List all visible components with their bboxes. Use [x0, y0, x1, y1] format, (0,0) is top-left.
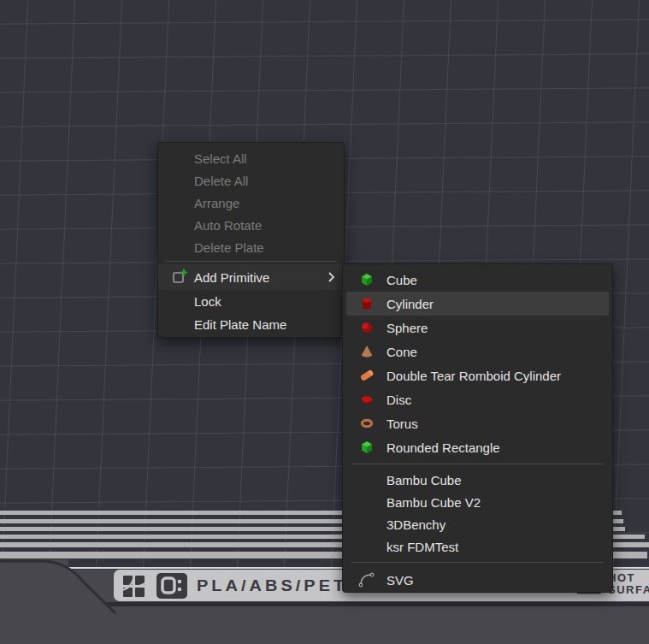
menu-item-label: Auto Rotate — [194, 218, 262, 233]
submenu-item-cylinder[interactable]: Cylinder — [346, 292, 609, 316]
submenu-item-3dbenchy[interactable]: 3DBenchy — [346, 513, 609, 535]
romboid-cylinder-icon — [357, 367, 376, 384]
cone-icon — [357, 343, 376, 360]
chevron-right-icon — [327, 271, 335, 283]
cube-icon — [357, 271, 376, 288]
submenu-item-torus[interactable]: Torus — [346, 411, 609, 435]
submenu-item-label: Cube — [386, 273, 417, 287]
submenu-item-bambu-cube[interactable]: Bambu Cube — [346, 469, 609, 491]
submenu-item-disc[interactable]: Disc — [346, 387, 609, 411]
submenu-item-label: 3DBenchy — [386, 517, 445, 532]
menu-item-edit-plate-name[interactable]: Edit Plate Name — [158, 313, 344, 336]
submenu-item-label: Cone — [386, 345, 417, 359]
submenu-item-label: Bambu Cube — [386, 473, 462, 487]
menu-item-delete-plate: Delete Plate — [158, 236, 344, 258]
submenu-item-label: SVG — [386, 573, 414, 588]
torus-icon — [357, 415, 376, 432]
menu-item-label: Add Primitive — [194, 270, 269, 285]
submenu-item-label: ksr FDMTest — [386, 540, 458, 554]
menu-item-label: Arrange — [194, 196, 239, 210]
submenu-item-svg[interactable]: SVG — [346, 567, 609, 593]
submenu-item-sphere[interactable]: Sphere — [346, 316, 609, 340]
menu-item-label: Select All — [194, 151, 247, 166]
submenu-item-label: Torus — [386, 417, 418, 431]
submenu-separator — [351, 562, 604, 563]
menu-item-arrange: Arrange — [158, 192, 344, 214]
plate-material-label: PLA/ABS/PETG — [197, 576, 364, 595]
submenu-item-label: Cylinder — [386, 297, 434, 311]
menu-item-label: Edit Plate Name — [194, 317, 286, 332]
sphere-icon — [357, 319, 376, 336]
submenu-item-rounded-rectangle[interactable]: Rounded Rectangle — [346, 435, 609, 459]
menu-item-lock[interactable]: Lock — [158, 290, 344, 313]
menu-item-label: Lock — [194, 294, 221, 309]
submenu-item-label: Bambu Cube V2 — [386, 495, 481, 510]
plate-marker-icon — [156, 573, 187, 599]
submenu-item-cone[interactable]: Cone — [346, 340, 609, 363]
menu-item-select-all: Select All — [158, 147, 344, 169]
submenu-item-label: Disc — [386, 393, 411, 407]
disc-icon — [357, 391, 376, 408]
rounded-rectangle-icon — [357, 439, 376, 456]
submenu-item-bambu-cube-v2[interactable]: Bambu Cube V2 — [346, 491, 609, 513]
menu-item-label: Delete All — [194, 174, 248, 188]
menu-item-delete-all: Delete All — [158, 169, 344, 192]
menu-separator — [165, 261, 337, 262]
plate-seam — [107, 602, 649, 606]
menu-item-add-primitive[interactable]: Add Primitive — [158, 264, 344, 290]
menu-item-auto-rotate: Auto Rotate — [158, 214, 344, 236]
menu-item-label: Delete Plate — [194, 240, 264, 255]
submenu-item-cube[interactable]: Cube — [346, 268, 609, 292]
add-primitive-submenu: Cube Cylinder Sphere Cone — [342, 263, 613, 593]
submenu-item-label: Rounded Rectangle — [386, 440, 500, 455]
submenu-item-ksr-fdmtest[interactable]: ksr FDMTest — [346, 535, 609, 558]
bambu-windmill-logo — [121, 573, 147, 599]
plate-context-menu: Select All Delete All Arrange Auto Rotat… — [157, 142, 345, 338]
submenu-item-label: Double Tear Romboid Cylinder — [386, 369, 561, 383]
hot-surface-line2: SURFACE — [608, 583, 649, 596]
submenu-item-label: Sphere — [386, 321, 428, 335]
bezier-curve-icon — [357, 571, 376, 588]
submenu-separator — [351, 464, 604, 464]
submenu-item-double-tear-romboid-cylinder[interactable]: Double Tear Romboid Cylinder — [346, 363, 609, 387]
cylinder-icon — [357, 295, 376, 312]
add-primitive-icon — [165, 269, 194, 286]
